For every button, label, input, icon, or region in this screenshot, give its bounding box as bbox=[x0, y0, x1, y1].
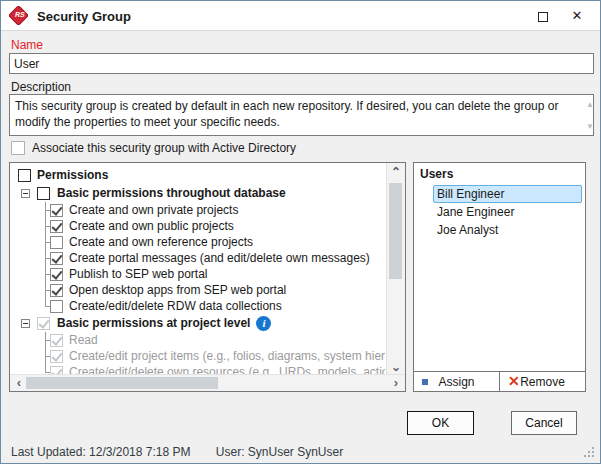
checkbox[interactable] bbox=[50, 300, 63, 313]
app-logo-icon: RS bbox=[8, 5, 29, 26]
description-label: Description bbox=[11, 80, 71, 94]
active-directory-label: Associate this security group with Activ… bbox=[32, 141, 296, 155]
users-header: Users bbox=[414, 163, 585, 183]
permission-item-label: Create and own reference projects bbox=[69, 235, 253, 249]
maximize-button[interactable] bbox=[526, 1, 560, 31]
users-list: Bill EngineerJane EngineerJoe Analyst bbox=[414, 183, 585, 371]
permissions-horizontal-scrollbar[interactable]: ‹ › bbox=[10, 374, 405, 391]
description-scroll-down-icon[interactable]: ▼ bbox=[586, 122, 594, 131]
checkbox[interactable] bbox=[50, 252, 63, 265]
dialog-title: Security Group bbox=[37, 9, 131, 24]
user-list-item[interactable]: Joe Analyst bbox=[433, 221, 582, 239]
scroll-down-icon[interactable]: ⌄ bbox=[387, 360, 405, 374]
tree-connector bbox=[45, 364, 46, 372]
checkbox[interactable] bbox=[37, 187, 50, 200]
checkbox[interactable] bbox=[50, 334, 63, 347]
permissions-header-row[interactable]: Permissions bbox=[10, 166, 385, 184]
info-icon[interactable]: i bbox=[256, 316, 271, 331]
permission-item-label: Read bbox=[69, 333, 98, 347]
permission-group-label: Basic permissions throughout database bbox=[57, 186, 286, 200]
permission-item-row[interactable]: Read bbox=[10, 332, 385, 348]
permission-item-label: Create portal messages (and edit/delete … bbox=[69, 251, 370, 265]
permission-item-row[interactable]: Create and own private projects bbox=[10, 202, 385, 218]
vertical-scroll-thumb[interactable] bbox=[389, 183, 402, 279]
permission-item-row[interactable]: Create/edit/delete own resources (e.g., … bbox=[10, 364, 385, 374]
horizontal-scroll-thumb[interactable] bbox=[26, 377, 218, 389]
permission-item-label: Create/edit/delete own resources (e.g., … bbox=[69, 365, 385, 374]
checkbox[interactable] bbox=[50, 204, 63, 217]
permission-item-row[interactable]: Publish to SEP web portal bbox=[10, 266, 385, 282]
permission-group-row[interactable]: Basic permissions throughout database bbox=[10, 184, 385, 202]
security-group-dialog: RS Security Group ✕ Name Description Thi… bbox=[0, 0, 601, 464]
checkbox[interactable] bbox=[50, 284, 63, 297]
description-scroll-up-icon[interactable]: ▲ bbox=[586, 100, 594, 109]
name-label: Name bbox=[11, 38, 43, 52]
permission-item-label: Create/edit/delete RDW data collections bbox=[69, 299, 282, 313]
scroll-left-icon[interactable]: ‹ bbox=[12, 375, 26, 391]
permissions-header-label: Permissions bbox=[37, 168, 108, 182]
permission-item-row[interactable]: Create portal messages (and edit/delete … bbox=[10, 250, 385, 266]
permission-item-row[interactable]: Create and own reference projects bbox=[10, 234, 385, 250]
users-panel: Users Bill EngineerJane EngineerJoe Anal… bbox=[413, 162, 586, 392]
maximize-icon bbox=[538, 12, 548, 22]
permissions-vertical-scrollbar[interactable]: ⌃ ⌄ bbox=[386, 163, 405, 374]
remove-label: Remove bbox=[520, 375, 565, 389]
permission-item-row[interactable]: Create/edit/delete RDW data collections bbox=[10, 298, 385, 314]
checkbox[interactable] bbox=[37, 317, 50, 330]
permission-item-row[interactable]: Open desktop apps from SEP web portal bbox=[10, 282, 385, 298]
collapse-icon[interactable] bbox=[21, 319, 30, 328]
assign-label: Assign bbox=[438, 375, 474, 389]
ok-button[interactable]: OK bbox=[407, 411, 474, 435]
checkbox[interactable] bbox=[50, 350, 63, 363]
permissions-panel: PermissionsBasic permissions throughout … bbox=[9, 162, 406, 392]
permission-item-label: Open desktop apps from SEP web portal bbox=[69, 283, 286, 297]
titlebar: RS Security Group ✕ bbox=[1, 1, 600, 31]
user-list-item[interactable]: Bill Engineer bbox=[433, 185, 582, 203]
description-input[interactable]: This security group is created by defaul… bbox=[9, 94, 594, 136]
permission-item-label: Create/edit project items (e.g., folios,… bbox=[69, 349, 385, 363]
permission-group-row[interactable]: Basic permissions at project leveli bbox=[10, 314, 385, 332]
users-button-row: Assign ✕ Remove bbox=[414, 371, 585, 391]
remove-button[interactable]: ✕ Remove bbox=[500, 372, 585, 391]
user-list-item[interactable]: Jane Engineer bbox=[433, 203, 582, 221]
cancel-button[interactable]: Cancel bbox=[511, 411, 577, 435]
resize-grip[interactable] bbox=[583, 446, 594, 457]
tree-connector bbox=[45, 298, 46, 306]
assign-icon bbox=[422, 379, 428, 385]
checkbox[interactable] bbox=[18, 169, 31, 182]
checkbox[interactable] bbox=[50, 236, 63, 249]
name-input[interactable] bbox=[9, 53, 594, 74]
permission-item-row[interactable]: Create and own public projects bbox=[10, 218, 385, 234]
checkbox[interactable] bbox=[50, 366, 63, 375]
permissions-tree: PermissionsBasic permissions throughout … bbox=[10, 163, 385, 374]
scroll-right-icon[interactable]: › bbox=[389, 375, 403, 391]
last-updated-text: Last Updated: 12/3/2018 7:18 PM bbox=[11, 445, 190, 459]
permission-item-label: Create and own public projects bbox=[69, 219, 234, 233]
assign-button[interactable]: Assign bbox=[414, 372, 499, 391]
scroll-up-icon[interactable]: ⌃ bbox=[387, 165, 405, 179]
active-directory-checkbox[interactable] bbox=[11, 141, 25, 155]
permission-item-label: Publish to SEP web portal bbox=[69, 267, 208, 281]
close-button[interactable]: ✕ bbox=[560, 1, 594, 31]
checkbox[interactable] bbox=[50, 268, 63, 281]
status-user-text: User: SynUser SynUser bbox=[216, 445, 343, 459]
checkbox[interactable] bbox=[50, 220, 63, 233]
active-directory-row[interactable]: Associate this security group with Activ… bbox=[11, 141, 296, 155]
collapse-icon[interactable] bbox=[21, 189, 30, 198]
remove-x-icon: ✕ bbox=[508, 373, 520, 389]
permission-group-label: Basic permissions at project level bbox=[57, 316, 250, 330]
permission-item-row[interactable]: Create/edit project items (e.g., folios,… bbox=[10, 348, 385, 364]
permission-item-label: Create and own private projects bbox=[69, 203, 238, 217]
status-bar: Last Updated: 12/3/2018 7:18 PM User: Sy… bbox=[11, 445, 365, 459]
